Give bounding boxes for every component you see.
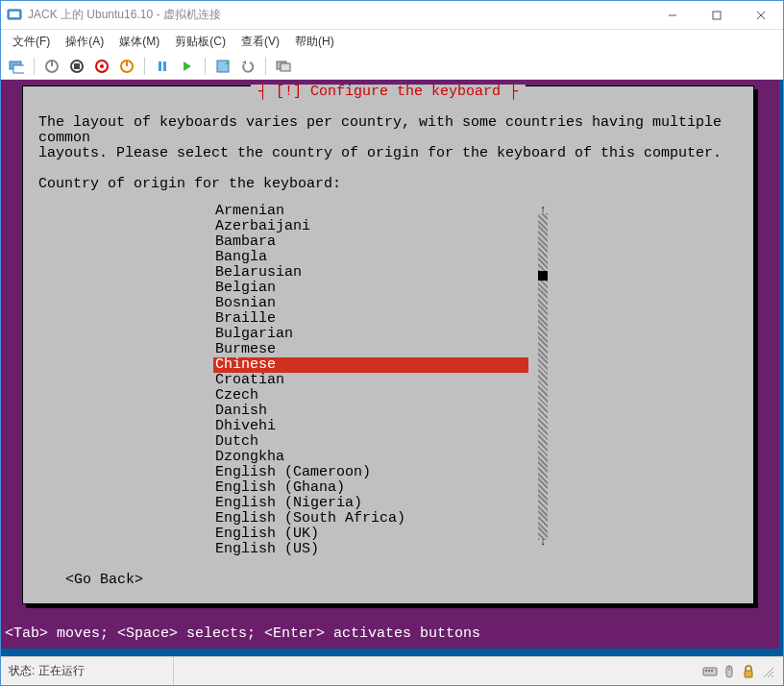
keyboard-country-list[interactable]: ArmenianAzerbaijaniBambaraBanglaBelarusi…: [213, 204, 559, 557]
list-item[interactable]: English (South Africa): [213, 511, 559, 527]
dialog-prompt: Country of origin for the keyboard:: [38, 177, 738, 192]
keyboard-icon: [702, 664, 718, 679]
status-icons: [702, 664, 783, 679]
svg-line-33: [772, 675, 773, 677]
menu-clipboard[interactable]: 剪贴板(C): [169, 32, 232, 52]
list-item[interactable]: English (Nigeria): [213, 496, 559, 511]
svg-marker-18: [184, 61, 191, 71]
window-title: JACK 上的 Ubuntu16.10 - 虚拟机连接: [28, 7, 650, 23]
dialog-intro-line2: layouts. Please select the country of or…: [38, 146, 738, 161]
list-item[interactable]: Braille: [213, 311, 559, 327]
svg-rect-3: [713, 12, 721, 19]
svg-rect-1: [10, 12, 19, 17]
svg-rect-17: [163, 61, 166, 71]
svg-point-13: [100, 64, 104, 68]
menu-file[interactable]: 文件(F): [7, 32, 56, 52]
dialog-title-text: [!] Configure the keyboard: [276, 84, 501, 100]
go-back-button[interactable]: <Go Back>: [65, 573, 738, 588]
list-item[interactable]: English (US): [213, 542, 559, 557]
list-item[interactable]: Belarusian: [213, 265, 559, 281]
maximize-button[interactable]: [695, 1, 739, 30]
list-item[interactable]: English (Ghana): [213, 480, 559, 496]
svg-rect-27: [711, 670, 713, 672]
configure-keyboard-dialog: ┤ [!] Configure the keyboard ├ The layou…: [22, 86, 754, 604]
menu-view[interactable]: 查看(V): [235, 32, 285, 52]
toolbar-separator: [34, 58, 35, 75]
list-item[interactable]: Croatian: [213, 373, 559, 388]
status-text: 状态: 正在运行: [1, 657, 174, 685]
menubar: 文件(F) 操作(A) 媒体(M) 剪贴板(C) 查看(V) 帮助(H): [1, 30, 783, 53]
list-item[interactable]: Burmese: [213, 342, 559, 357]
list-item[interactable]: Bangla: [213, 250, 559, 265]
start-button[interactable]: [42, 57, 61, 76]
ctrl-alt-del-button[interactable]: [7, 57, 26, 76]
svg-marker-21: [242, 61, 246, 64]
revert-button[interactable]: [238, 57, 257, 76]
svg-rect-11: [74, 63, 80, 69]
shutdown-button[interactable]: [92, 57, 111, 76]
app-icon: [7, 8, 22, 23]
toolbar-separator: [265, 58, 266, 75]
list-item[interactable]: Bosnian: [213, 296, 559, 311]
list-item[interactable]: Chinese: [213, 357, 528, 373]
statusbar: 状态: 正在运行: [1, 656, 783, 685]
list-item[interactable]: Bulgarian: [213, 327, 559, 342]
installer-background: ┤ [!] Configure the keyboard ├ The layou…: [1, 80, 779, 649]
svg-rect-30: [745, 671, 752, 677]
pause-button[interactable]: [153, 57, 172, 76]
list-item[interactable]: Azerbaijani: [213, 219, 559, 234]
vm-screen[interactable]: ┤ [!] Configure the keyboard ├ The layou…: [1, 80, 783, 656]
list-item[interactable]: Bambara: [213, 234, 559, 250]
svg-rect-7: [13, 65, 24, 73]
save-button[interactable]: [117, 57, 136, 76]
turnoff-button[interactable]: [67, 57, 86, 76]
toolbar-separator: [205, 58, 206, 75]
toolbar: [1, 53, 783, 80]
dialog-title: ┤ [!] Configure the keyboard ├: [251, 85, 526, 100]
list-item[interactable]: Belgian: [213, 281, 559, 296]
reset-button[interactable]: [178, 57, 197, 76]
vm-window: JACK 上的 Ubuntu16.10 - 虚拟机连接 文件(F) 操作(A) …: [0, 0, 784, 686]
list-item[interactable]: Dutch: [213, 434, 559, 450]
list-item[interactable]: Danish: [213, 404, 559, 419]
svg-rect-25: [705, 670, 707, 672]
list-item[interactable]: English (UK): [213, 527, 559, 542]
list-item[interactable]: Dhivehi: [213, 419, 559, 434]
resize-grip-icon[interactable]: [760, 664, 775, 679]
mouse-icon: [722, 664, 737, 679]
list-item[interactable]: Armenian: [213, 204, 559, 219]
toolbar-separator: [144, 58, 145, 75]
close-button[interactable]: [739, 1, 783, 30]
dialog-intro-line1: The layout of keyboards varies per count…: [38, 115, 738, 146]
list-item[interactable]: Czech: [213, 388, 559, 404]
svg-rect-26: [708, 670, 710, 672]
menu-action[interactable]: 操作(A): [60, 32, 110, 52]
minimize-button[interactable]: [650, 1, 695, 30]
window-controls: [650, 1, 783, 30]
svg-rect-23: [281, 63, 290, 71]
enhanced-session-button[interactable]: [274, 57, 293, 76]
titlebar: JACK 上的 Ubuntu16.10 - 虚拟机连接: [1, 1, 783, 30]
menu-media[interactable]: 媒体(M): [113, 32, 165, 52]
list-item[interactable]: Dzongkha: [213, 450, 559, 465]
list-item[interactable]: English (Cameroon): [213, 465, 559, 480]
key-hint-bar: <Tab> moves; <Space> selects; <Enter> ac…: [1, 625, 779, 647]
menu-help[interactable]: 帮助(H): [289, 32, 340, 52]
checkpoint-button[interactable]: [213, 57, 233, 76]
lock-icon: [741, 664, 756, 679]
svg-rect-16: [159, 61, 161, 71]
